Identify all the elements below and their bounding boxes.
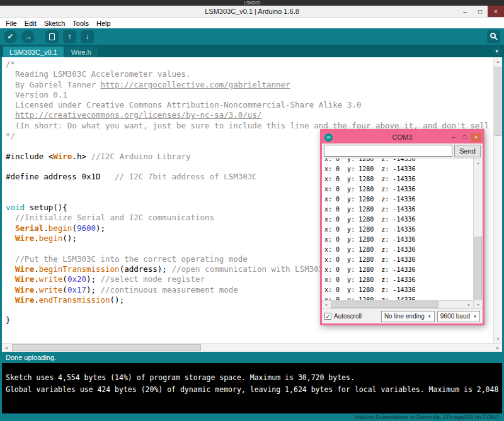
editor-hscroll-track[interactable] bbox=[11, 344, 493, 352]
check-icon: ✓ bbox=[326, 313, 331, 320]
board-port-info: Arduino Duemilanove or Diecimila, ATmega… bbox=[355, 414, 499, 420]
maximize-icon: □ bbox=[478, 8, 482, 15]
serial-horizontal-scrollbar[interactable]: ◄ ► bbox=[322, 300, 473, 308]
verify-icon: ✓ bbox=[7, 32, 13, 41]
serial-output-area: x: 0 y: 1280 z: -14336x: 0 y: 1280 z: -1… bbox=[322, 159, 483, 308]
editor-horizontal-scrollbar[interactable]: ◄ ► bbox=[2, 343, 502, 352]
baud-rate-dropdown[interactable]: 9600 baud ▼ bbox=[437, 311, 480, 322]
infinity-icon: ∞ bbox=[326, 134, 330, 140]
serial-monitor-icon bbox=[490, 33, 496, 38]
serial-line: x: 0 y: 1280 z: -14336 bbox=[324, 184, 473, 194]
send-button[interactable]: Send bbox=[454, 145, 481, 157]
serial-vscroll-track[interactable] bbox=[474, 167, 483, 300]
menu-item-help[interactable]: Help bbox=[93, 20, 115, 27]
serial-line: x: 0 y: 1280 z: -14336 bbox=[324, 194, 473, 205]
scroll-up-icon[interactable]: ▲ bbox=[474, 159, 483, 167]
close-button[interactable]: × bbox=[488, 6, 504, 17]
upload-button[interactable]: → bbox=[21, 30, 35, 43]
serial-hscroll-track[interactable] bbox=[330, 301, 465, 308]
minimize-button[interactable]: – bbox=[457, 6, 472, 17]
tab-LSM303C_v0.1[interactable]: LSM303C_v0.1 bbox=[3, 47, 64, 57]
upload-icon: → bbox=[25, 32, 32, 41]
serial-line: x: 0 y: 1280 z: -14336 bbox=[324, 215, 473, 225]
window-title: LSM303C_v0.1 | Arduino 1.6.8 bbox=[0, 8, 504, 15]
serial-line: x: 0 y: 1280 z: -14336 bbox=[324, 255, 473, 265]
close-icon: × bbox=[474, 134, 478, 140]
save-button[interactable]: ↓ bbox=[81, 30, 94, 43]
serial-monitor-footer: ✓ Autoscroll No line ending ▼ 9600 baud … bbox=[322, 308, 483, 323]
serial-vscroll-thumb[interactable] bbox=[474, 237, 482, 300]
serial-line: x: 0 y: 1280 z: -14336 bbox=[324, 225, 473, 235]
arduino-ide-window: LSM303 LSM303C_v0.1 | Arduino 1.6.8 – □ … bbox=[0, 0, 504, 421]
serial-line: x: 0 y: 1280 z: -14336 bbox=[324, 174, 473, 184]
tab-strip: LSM303C_v0.1Wire.h▼ bbox=[0, 45, 504, 57]
editor-vscroll-thumb[interactable] bbox=[495, 67, 501, 136]
console-line: Sketch uses 4,554 bytes (14%) of program… bbox=[6, 372, 498, 384]
chevron-down-icon: ▼ bbox=[495, 49, 499, 53]
line-ending-dropdown[interactable]: No line ending ▼ bbox=[381, 311, 435, 322]
serial-input[interactable] bbox=[324, 145, 452, 157]
serial-vertical-scrollbar[interactable]: ▲ ▼ bbox=[473, 159, 483, 308]
chevron-down-icon: ▼ bbox=[473, 315, 477, 318]
toolbar: ✓ → ↑ ↓ bbox=[0, 28, 504, 45]
code-line: /* bbox=[6, 59, 493, 69]
menu-item-tools[interactable]: Tools bbox=[69, 20, 93, 27]
serial-minimize-button[interactable]: – bbox=[448, 133, 459, 142]
scroll-right-icon[interactable]: ► bbox=[493, 344, 502, 352]
serial-hscroll-thumb[interactable] bbox=[331, 301, 438, 308]
code-line: http://creativecommons.org/licenses/by-n… bbox=[6, 110, 493, 120]
serial-send-row: Send bbox=[322, 143, 483, 159]
serial-line: x: 0 y: 1280 z: -14336 bbox=[324, 245, 473, 255]
minimize-icon: – bbox=[463, 8, 467, 15]
scroll-right-icon[interactable]: ► bbox=[465, 301, 473, 308]
menubar: FileEditSketchToolsHelp bbox=[0, 18, 504, 28]
baud-rate-value: 9600 baud bbox=[440, 313, 470, 320]
background-window-title: LSM303 bbox=[244, 0, 260, 6]
editor-hscroll-thumb[interactable] bbox=[12, 344, 201, 351]
serial-line: x: 0 y: 1280 z: -14336 bbox=[324, 235, 473, 245]
status-message: Done uploading. bbox=[6, 354, 56, 361]
verify-button[interactable]: ✓ bbox=[4, 30, 17, 43]
menu-item-file[interactable]: File bbox=[2, 20, 21, 27]
close-icon: × bbox=[494, 8, 498, 15]
scroll-up-icon[interactable]: ▲ bbox=[494, 57, 502, 65]
status-bar: Done uploading. bbox=[2, 352, 502, 363]
menu-item-edit[interactable]: Edit bbox=[21, 20, 40, 27]
scroll-left-icon[interactable]: ◄ bbox=[322, 301, 330, 308]
tab-menu-button[interactable]: ▼ bbox=[492, 47, 501, 55]
serial-lines: x: 0 y: 1280 z: -14336x: 0 y: 1280 z: -1… bbox=[322, 159, 473, 300]
arduino-app-icon: ∞ bbox=[324, 133, 333, 142]
editor-vscroll-track[interactable] bbox=[494, 65, 502, 335]
scroll-down-icon[interactable]: ▼ bbox=[494, 335, 502, 343]
menu-item-sketch[interactable]: Sketch bbox=[40, 20, 69, 27]
serial-lines-viewport[interactable]: x: 0 y: 1280 z: -14336x: 0 y: 1280 z: -1… bbox=[322, 159, 473, 300]
scroll-down-icon[interactable]: ▼ bbox=[474, 300, 483, 308]
scroll-left-icon[interactable]: ◄ bbox=[2, 344, 11, 352]
serial-line: x: 0 y: 1280 z: -14336 bbox=[324, 275, 473, 285]
serial-line: x: 0 y: 1280 z: -14336 bbox=[324, 159, 473, 164]
code-line: Reading LSM303C Accelerometer values. bbox=[6, 69, 493, 79]
titlebar: LSM303C_v0.1 | Arduino 1.6.8 – □ × bbox=[0, 6, 504, 18]
editor-vertical-scrollbar[interactable]: ▲ ▼ bbox=[493, 57, 502, 343]
serial-line: x: 0 y: 1280 z: -14336 bbox=[324, 164, 473, 174]
new-sketch-button[interactable] bbox=[45, 30, 59, 43]
minimize-icon: – bbox=[452, 134, 455, 140]
code-line: Version 0.1 bbox=[6, 90, 493, 100]
serial-monitor-window: ∞ COM3 – □ × Send x: 0 y: 1280 z: -14336… bbox=[320, 129, 484, 325]
serial-close-button[interactable]: × bbox=[471, 133, 481, 142]
autoscroll-checkbox[interactable]: ✓ bbox=[324, 313, 331, 320]
serial-maximize-button[interactable]: □ bbox=[459, 133, 470, 142]
open-icon: ↑ bbox=[68, 32, 72, 41]
serial-line: x: 0 y: 1280 z: -14336 bbox=[324, 295, 473, 300]
autoscroll-label: Autoscroll bbox=[334, 313, 362, 320]
console-line: Global variables use 424 bytes (20%) of … bbox=[6, 384, 498, 396]
background-window-titlebar: LSM303 bbox=[0, 0, 504, 6]
open-button[interactable]: ↑ bbox=[63, 30, 76, 43]
maximize-button[interactable]: □ bbox=[472, 6, 488, 17]
serial-monitor-button[interactable] bbox=[487, 30, 500, 43]
new-sketch-icon bbox=[49, 33, 55, 40]
code-line: By Gabriel Tanner http://cargocollective… bbox=[6, 80, 493, 90]
serial-line: x: 0 y: 1280 z: -14336 bbox=[324, 205, 473, 215]
tab-Wire.h[interactable]: Wire.h bbox=[65, 47, 98, 57]
serial-monitor-titlebar[interactable]: ∞ COM3 – □ × bbox=[322, 131, 483, 143]
